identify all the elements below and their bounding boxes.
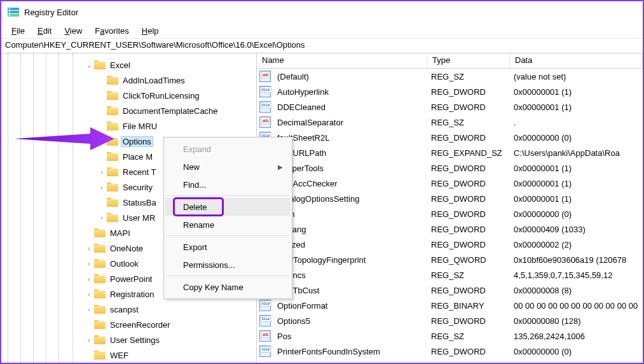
tree-label[interactable]: WEF [108,350,130,361]
tree-expander-icon[interactable]: › [84,274,94,284]
value-row[interactable]: ableAccCheckerREG_DWORD0x00000001 (1) [257,176,643,191]
context-menu-label: Permissions... [183,260,235,270]
value-row[interactable]: veloperToolsREG_DWORD0x00000001 (1) [257,160,643,176]
value-row[interactable]: tUILangREG_DWORD0x00000409 (1033) [257,221,643,237]
value-data: 0x00000001 (1) [510,101,643,113]
value-name: nitorTopologyFingerprint [273,254,427,266]
tree-label[interactable]: AddInLoadTimes [121,75,187,86]
value-row[interactable]: (Default)REG_SZ(value not set) [257,69,643,84]
value-data: 0x10bf60e903606a19 (120678 [510,254,643,266]
tree-label[interactable]: Outlook [108,258,140,269]
context-menu-new[interactable]: New▶ [165,158,291,176]
tree-label[interactable]: Place M [121,151,154,162]
folder-icon [94,351,106,360]
tree-label[interactable]: ClickToRunLicensing [121,90,202,101]
value-row[interactable]: OptionFormatREG_BINARY00 00 00 00 00 00 … [257,298,643,313]
value-row[interactable]: PosREG_SZ135,268,2424,1006 [257,328,643,344]
value-row[interactable]: faultSheetR2LREG_DWORD0x00000000 (0) [257,130,643,145]
tree-expander-icon[interactable]: › [97,167,107,177]
menu-help[interactable]: Help [135,25,165,37]
tree-label[interactable]: DocumentTemplateCache [121,106,220,116]
tree-expander-icon[interactable]: › [84,258,94,269]
tree-label[interactable]: Recent T [121,167,158,178]
context-menu-expand: Expand [165,140,291,158]
value-row[interactable]: nitorTopologyFingerprintREG_QWORD0x10bf6… [257,252,643,267]
value-type: REG_DWORD [427,208,510,220]
value-row[interactable]: faultURLPathREG_EXPAND_SZC:\Users\panki\… [257,145,643,160]
tree-label[interactable]: ScreenRecorder [108,319,172,330]
tree-label[interactable]: Registration [108,289,156,300]
value-row[interactable]: PrinterFontsFoundInSystemREG_DWORD0x0000… [257,344,643,359]
value-type: REG_DWORD [427,315,510,327]
context-menu-delete[interactable]: Delete [165,198,291,216]
tree-item[interactable]: ›User Settings [1,332,256,347]
context-menu-label: Rename [183,220,214,230]
tree-label[interactable]: PowerPoint [108,274,154,284]
reg-string-icon [259,71,271,82]
menubar: FileEditViewFavoritesHelp [1,23,643,38]
value-name: MsoTbCust [273,284,427,297]
values-pane[interactable]: Name Type Data (Default)REG_SZ(value not… [257,53,643,363]
tree-label[interactable]: Options [121,136,153,147]
tree-label[interactable]: Security [121,182,154,193]
tree-item[interactable]: DocumentTemplateCache [1,103,256,118]
tree-expander-icon[interactable]: › [84,243,94,253]
tree-expander-icon[interactable]: ⌄ [84,60,94,70]
value-row[interactable]: AutoHyperlinkREG_DWORD0x00000001 (1) [257,84,643,99]
context-menu-permissions-[interactable]: Permissions... [165,256,291,274]
tree-label[interactable]: File MRU [121,121,159,132]
value-row[interactable]: UFuncsREG_SZ4,5,1,359,0,7,15,345,59,12 [257,267,643,283]
context-menu-copy-key-name[interactable]: Copy Key Name [165,278,291,296]
tree-item[interactable]: File MRU [1,118,256,134]
menu-favorites[interactable]: Favorites [88,25,135,37]
value-name: tRun [273,208,427,220]
value-row[interactable]: Options5REG_DWORD0x00000080 (128) [257,313,643,328]
tree-expander-icon[interactable]: › [97,182,107,192]
value-type: REG_DWORD [427,86,510,98]
context-menu-rename[interactable]: Rename [165,216,291,234]
reg-binary-icon [259,101,271,113]
value-row[interactable]: tRunREG_DWORD0x00000000 (0) [257,206,643,221]
header-data[interactable]: Data [510,53,643,68]
tree-label[interactable]: Excel [108,60,132,71]
window-title: Registry Editor [24,8,78,17]
tree-label[interactable]: MAPI [108,228,132,239]
value-row[interactable]: DDECleanedREG_DWORD0x00000001 (1) [257,99,643,115]
value-row[interactable]: ximizedREG_DWORD0x00000002 (2) [257,237,643,252]
tree-expander-icon[interactable]: › [84,289,94,299]
value-name: UFuncs [273,269,427,281]
tree-item[interactable]: ScreenRecorder [1,317,256,332]
header-name[interactable]: Name [257,53,427,68]
value-type: REG_DWORD [427,178,510,190]
value-type: REG_DWORD [427,101,510,113]
tree-label[interactable]: OneNote [108,243,145,254]
menu-view[interactable]: View [58,25,88,37]
tree-label[interactable]: User MR [121,213,157,223]
value-type: REG_DWORD [427,346,510,358]
folder-icon [107,137,118,146]
address-bar[interactable]: Computer\HKEY_CURRENT_USER\Software\Micr… [1,38,643,53]
tree-label[interactable]: StatusBa [121,197,158,208]
tree-expander-icon[interactable]: › [84,304,94,314]
folder-icon [107,213,118,222]
tree-expander-icon[interactable]: › [97,213,107,223]
value-row[interactable]: dDialogOptionsSettingREG_DWORD0x00000001… [257,191,643,206]
value-type: REG_DWORD [427,239,510,251]
tree-item[interactable]: ClickToRunLicensing [1,88,256,103]
header-type[interactable]: Type [427,53,510,68]
tree-expander-icon[interactable]: › [84,335,94,345]
tree-item[interactable]: AddInLoadTimes [1,73,256,88]
context-menu-export[interactable]: Export [165,238,291,256]
tree-item[interactable]: ⌄Excel [1,57,256,73]
tree-item[interactable]: ›scanpst [1,302,256,317]
value-type: REG_SZ [427,269,510,281]
menu-edit[interactable]: Edit [31,25,58,37]
context-menu-find-[interactable]: Find... [165,176,291,193]
menu-file[interactable]: File [5,25,31,37]
tree-item[interactable]: WEF [1,347,256,363]
value-row[interactable]: DecimalSeparatorREG_SZ. [257,115,643,130]
value-name: veloperTools [273,162,427,174]
tree-label[interactable]: User Settings [108,335,161,346]
tree-label[interactable]: scanpst [108,304,140,315]
value-row[interactable]: MsoTbCustREG_DWORD0x00000008 (8) [257,283,643,298]
